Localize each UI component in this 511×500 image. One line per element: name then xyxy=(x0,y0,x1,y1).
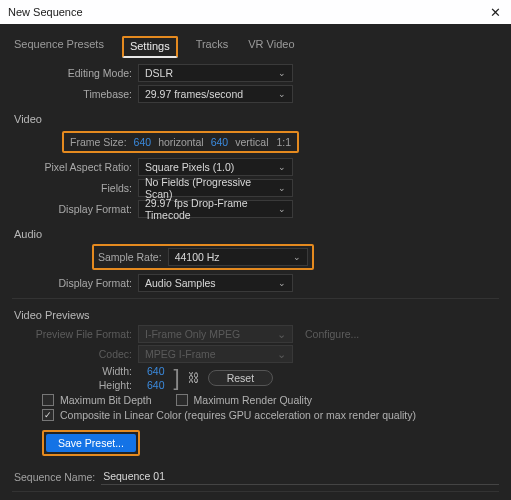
row-editing-mode: Editing Mode: DSLR ⌄ xyxy=(12,64,499,82)
preview-format-label: Preview File Format: xyxy=(12,328,138,340)
chevron-down-icon: ⌄ xyxy=(277,328,286,340)
bracket-icon: ] xyxy=(174,369,180,387)
chevron-down-icon: ⌄ xyxy=(277,348,286,360)
link-icon[interactable]: ⛓ xyxy=(188,371,200,385)
row-checkbox-composite: ✓ Composite in Linear Color (requires GP… xyxy=(42,409,499,421)
configure-button: Configure... xyxy=(305,328,359,340)
chevron-down-icon: ⌄ xyxy=(293,252,301,262)
frame-size-group: Frame Size: 640 horizontal 640 vertical … xyxy=(62,131,299,153)
editing-mode-label: Editing Mode: xyxy=(12,67,138,79)
row-audio-display-format: Display Format: Audio Samples ⌄ xyxy=(12,274,499,292)
codec-select: MPEG I-Frame ⌄ xyxy=(138,345,293,363)
checkbox-max-bit-depth[interactable] xyxy=(42,394,54,406)
chevron-down-icon: ⌄ xyxy=(278,278,286,288)
fields-label: Fields: xyxy=(12,182,138,194)
par-label: Pixel Aspect Ratio: xyxy=(12,161,138,173)
video-display-format-select[interactable]: 29.97 fps Drop-Frame Timecode ⌄ xyxy=(138,200,293,218)
sequence-name-label: Sequence Name: xyxy=(14,471,95,483)
checkbox-max-render-quality[interactable] xyxy=(176,394,188,406)
audio-section-title: Audio xyxy=(14,228,499,240)
divider xyxy=(12,298,499,299)
chevron-down-icon: ⌄ xyxy=(278,162,286,172)
preview-height-input[interactable]: 640 xyxy=(144,379,168,391)
frame-height-input[interactable]: 640 xyxy=(208,136,232,148)
fields-select[interactable]: No Fields (Progressive Scan) ⌄ xyxy=(138,179,293,197)
sequence-name-input[interactable]: Sequence 01 xyxy=(101,468,499,485)
chevron-down-icon: ⌄ xyxy=(278,204,286,214)
audio-display-format-select[interactable]: Audio Samples ⌄ xyxy=(138,274,293,292)
close-icon[interactable]: ✕ xyxy=(486,5,505,20)
row-codec: Codec: MPEG I-Frame ⌄ xyxy=(12,345,499,363)
timebase-label: Timebase: xyxy=(12,88,138,100)
row-video-display-format: Display Format: 29.97 fps Drop-Frame Tim… xyxy=(12,200,499,218)
save-preset-button[interactable]: Save Preset... xyxy=(46,434,136,452)
codec-label: Codec: xyxy=(12,348,138,360)
chevron-down-icon: ⌄ xyxy=(278,68,286,78)
window-title: New Sequence xyxy=(8,6,83,18)
sample-rate-label: Sample Rate: xyxy=(98,251,162,263)
chevron-down-icon: ⌄ xyxy=(278,89,286,99)
max-bit-depth-label: Maximum Bit Depth xyxy=(60,394,152,406)
row-checkbox-bitdepth: Maximum Bit Depth Maximum Render Quality xyxy=(42,394,499,406)
save-preset-highlight: Save Preset... xyxy=(42,430,140,456)
max-render-quality-label: Maximum Render Quality xyxy=(194,394,312,406)
frame-width-input[interactable]: 640 xyxy=(131,136,155,148)
composite-linear-label: Composite in Linear Color (requires GPU … xyxy=(60,409,416,421)
width-label: Width: xyxy=(12,365,138,377)
aspect-ratio: 1:1 xyxy=(276,136,291,148)
sample-rate-group: Sample Rate: 44100 Hz ⌄ xyxy=(92,244,314,270)
horizontal-label: horizontal xyxy=(158,136,204,148)
title-bar: New Sequence ✕ xyxy=(0,0,511,24)
tab-bar: Sequence Presets Settings Tracks VR Vide… xyxy=(12,36,499,58)
height-label: Height: xyxy=(12,379,138,391)
video-display-format-label: Display Format: xyxy=(12,203,138,215)
row-sequence-name: Sequence Name: Sequence 01 xyxy=(12,468,499,485)
row-preview-format: Preview File Format: I-Frame Only MPEG ⌄… xyxy=(12,325,499,343)
vertical-label: vertical xyxy=(235,136,268,148)
preview-width-input[interactable]: 640 xyxy=(144,365,168,377)
timebase-select[interactable]: 29.97 frames/second ⌄ xyxy=(138,85,293,103)
dialog-footer: OK Cancel xyxy=(12,491,499,500)
checkbox-composite-linear[interactable]: ✓ xyxy=(42,409,54,421)
dialog-body: Sequence Presets Settings Tracks VR Vide… xyxy=(0,24,511,500)
tab-tracks[interactable]: Tracks xyxy=(194,36,231,58)
row-timebase: Timebase: 29.97 frames/second ⌄ xyxy=(12,85,499,103)
tab-vr-video[interactable]: VR Video xyxy=(246,36,296,58)
frame-size-label: Frame Size: xyxy=(70,136,127,148)
video-previews-title: Video Previews xyxy=(14,309,499,321)
reset-button[interactable]: Reset xyxy=(208,370,273,386)
audio-display-format-label: Display Format: xyxy=(12,277,138,289)
tab-settings[interactable]: Settings xyxy=(122,36,178,58)
editing-mode-select[interactable]: DSLR ⌄ xyxy=(138,64,293,82)
par-select[interactable]: Square Pixels (1.0) ⌄ xyxy=(138,158,293,176)
sample-rate-select[interactable]: 44100 Hz ⌄ xyxy=(168,248,308,266)
row-pixel-aspect-ratio: Pixel Aspect Ratio: Square Pixels (1.0) … xyxy=(12,158,499,176)
preview-format-select: I-Frame Only MPEG ⌄ xyxy=(138,325,293,343)
row-fields: Fields: No Fields (Progressive Scan) ⌄ xyxy=(12,179,499,197)
chevron-down-icon: ⌄ xyxy=(278,183,286,193)
tab-sequence-presets[interactable]: Sequence Presets xyxy=(12,36,106,58)
video-section-title: Video xyxy=(14,113,499,125)
